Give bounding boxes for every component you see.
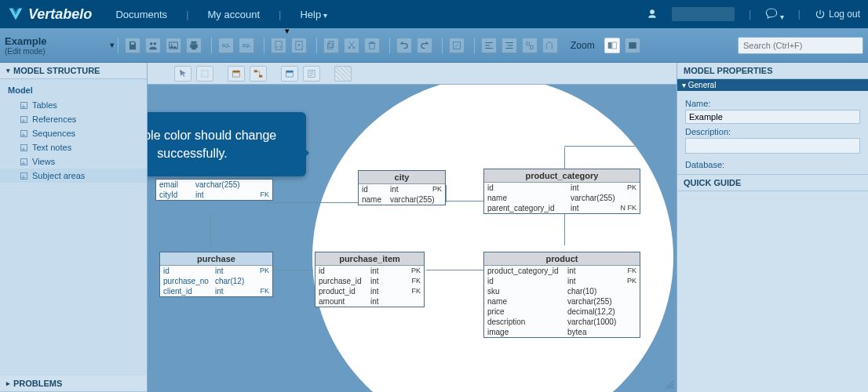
- zoom-mode1-icon[interactable]: [604, 38, 620, 53]
- xml-export-icon[interactable]: [271, 38, 286, 53]
- tree-item-sequences[interactable]: Sequences: [0, 126, 147, 140]
- er-row: idintPK: [359, 184, 445, 194]
- share-icon[interactable]: [145, 38, 161, 53]
- edit-tool-icon[interactable]: [449, 38, 465, 53]
- er-row: idintPK: [315, 266, 424, 276]
- svg-rect-17: [607, 42, 611, 48]
- svg-rect-25: [286, 70, 293, 71]
- tree-item-subject-areas[interactable]: Subject areas: [0, 169, 147, 183]
- delete-icon[interactable]: [364, 38, 380, 53]
- tutorial-callout: The table color should change successful…: [148, 112, 306, 176]
- svg-point-13: [353, 46, 355, 48]
- tree-item-views[interactable]: Views: [0, 154, 147, 169]
- brand-logo[interactable]: Vertabelo: [8, 6, 92, 23]
- align4-icon[interactable]: [542, 38, 558, 53]
- svg-rect-23: [254, 70, 257, 72]
- er-row: product_category_idintFK: [484, 266, 640, 276]
- account-name-box[interactable]: [672, 7, 735, 21]
- er-row: descriptionvarchar(1000): [484, 317, 640, 327]
- er-row: namevarchar(255): [359, 194, 445, 205]
- table-tool-icon[interactable]: [228, 66, 245, 82]
- save-icon[interactable]: [125, 38, 140, 53]
- image-icon[interactable]: [166, 38, 181, 53]
- description-label: Description:: [685, 127, 860, 136]
- power-icon: [815, 9, 826, 20]
- pointer-tool-icon[interactable]: [174, 66, 191, 82]
- svg-rect-16: [531, 45, 534, 49]
- name-input[interactable]: [685, 110, 860, 124]
- undo-icon[interactable]: [396, 38, 412, 53]
- er-row: idintPK: [484, 276, 640, 286]
- svg-point-12: [348, 46, 350, 48]
- top-nav-bar: Vertabelo Documents | My account | Help …: [0, 0, 868, 28]
- model-properties-header[interactable]: MODEL PROPERTIES: [677, 63, 868, 79]
- er-row: namevarchar(255): [484, 296, 640, 307]
- left-panel: ▾ MODEL STRUCTURE Model Tables Reference…: [0, 63, 148, 392]
- marquee-tool-icon[interactable]: [196, 66, 213, 82]
- er-table-client[interactable]: emailvarchar(255) cityIdintFK: [155, 179, 273, 201]
- area-tool-icon[interactable]: [334, 66, 352, 82]
- tree-root-model[interactable]: Model: [0, 82, 147, 98]
- er-table-purchase-item[interactable]: purchase_item idintPK purchase_idintFK p…: [315, 252, 425, 307]
- chat-icon[interactable]: [765, 7, 784, 22]
- sql2-icon[interactable]: SQL: [239, 38, 254, 53]
- tree-item-tables[interactable]: Tables: [0, 98, 147, 112]
- print-icon[interactable]: [186, 38, 202, 53]
- svg-point-2: [150, 42, 153, 45]
- svg-rect-8: [275, 41, 282, 49]
- align2-icon[interactable]: [501, 38, 517, 53]
- er-table-city[interactable]: city idintPK namevarchar(255): [358, 170, 446, 205]
- reference-tool-icon[interactable]: [250, 66, 267, 82]
- nav-my-account[interactable]: My account: [208, 9, 260, 20]
- chevron-down-icon: ▾: [6, 67, 10, 74]
- er-title: product_category: [484, 169, 640, 183]
- er-row: namevarchar(255): [484, 193, 640, 203]
- problems-header[interactable]: ▸ PROBLEMS: [0, 376, 147, 392]
- nav-help[interactable]: Help: [300, 9, 327, 20]
- svg-rect-19: [629, 42, 636, 48]
- er-table-product-category[interactable]: product_category idintPK namevarchar(255…: [483, 169, 640, 214]
- tree-item-references[interactable]: References: [0, 112, 147, 126]
- user-icon[interactable]: [647, 9, 658, 20]
- er-table-purchase[interactable]: purchase idintPK purchase_nochar(12) cli…: [159, 252, 273, 297]
- general-section-head[interactable]: ▾ General: [677, 79, 868, 91]
- er-title: purchase_item: [315, 252, 424, 266]
- svg-rect-11: [327, 43, 332, 49]
- er-table-product[interactable]: product product_category_idintFK idintPK…: [483, 252, 640, 338]
- document-toolbar: Example (Edit mode) ▾ SQL SQL Zoom: [0, 28, 868, 63]
- svg-rect-21: [232, 70, 239, 71]
- svg-point-5: [171, 43, 173, 45]
- er-row: pricedecimal(12,2): [484, 307, 640, 317]
- doc-title-block[interactable]: Example (Edit mode): [5, 35, 107, 56]
- diagram-canvas[interactable]: The table color should change successful…: [148, 85, 677, 392]
- sql1-icon[interactable]: SQL: [218, 38, 234, 53]
- nav-documents[interactable]: Documents: [115, 9, 167, 20]
- spotlight-highlight: [312, 77, 673, 392]
- er-row: parent_category_idintN FK: [484, 203, 640, 213]
- zoom-mode2-icon[interactable]: [625, 38, 640, 53]
- view-tool-icon[interactable]: [281, 66, 298, 82]
- tree-item-text-notes[interactable]: Text notes: [0, 140, 147, 154]
- svg-text:SQL: SQL: [243, 43, 251, 48]
- note-tool-icon[interactable]: [303, 66, 320, 82]
- brand-text: Vertabelo: [28, 6, 92, 23]
- cut-icon[interactable]: [344, 38, 359, 53]
- er-row: cityIdintFK: [156, 190, 272, 200]
- copy-icon[interactable]: [323, 38, 339, 53]
- toolbar-dropdown-icon[interactable]: ▾: [285, 26, 290, 36]
- redo-icon[interactable]: [417, 38, 432, 53]
- logout-link[interactable]: Log out: [815, 9, 860, 20]
- database-label: Database:: [685, 160, 860, 169]
- resize-grip-icon[interactable]: [664, 379, 675, 390]
- er-row: skuchar(10): [484, 286, 640, 296]
- quick-guide-header[interactable]: QUICK GUIDE: [677, 174, 868, 191]
- align1-icon[interactable]: [481, 38, 497, 53]
- search-input[interactable]: [738, 37, 863, 54]
- name-label: Name:: [685, 99, 860, 108]
- align3-icon[interactable]: [522, 38, 538, 53]
- model-structure-header[interactable]: ▾ MODEL STRUCTURE: [0, 63, 147, 79]
- description-input[interactable]: [685, 138, 860, 154]
- svg-point-3: [154, 42, 157, 45]
- callout-text: The table color should change successful…: [148, 129, 276, 160]
- xml-import-icon[interactable]: [291, 38, 307, 53]
